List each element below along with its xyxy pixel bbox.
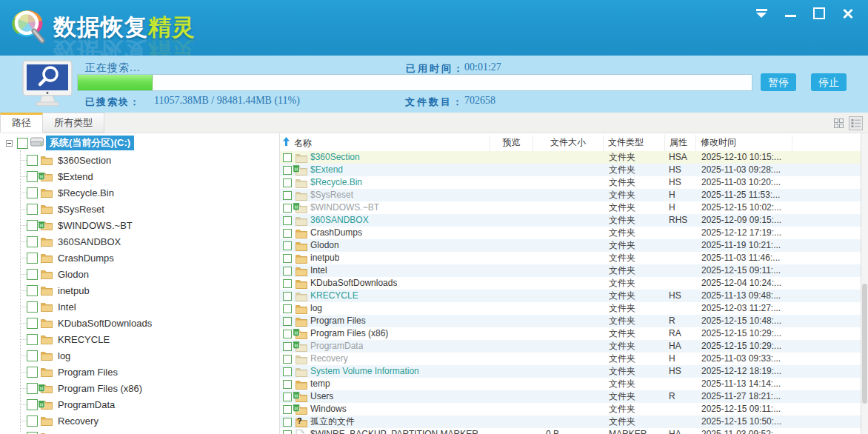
tree-item[interactable]: System Volume Information — [0, 429, 279, 434]
tree-item[interactable]: $360Section — [0, 152, 279, 168]
file-checkbox[interactable] — [283, 418, 292, 427]
tree-item[interactable]: Program Files (x86) — [0, 380, 279, 396]
file-checkbox[interactable] — [283, 405, 292, 414]
tree-item[interactable]: $SysReset — [0, 201, 279, 217]
file-checkbox[interactable] — [283, 367, 292, 376]
file-row[interactable]: $SysReset文件夹H2025-11-25 11:53:... — [280, 189, 861, 201]
tree-item[interactable]: $WINDOWS.~BT — [0, 217, 279, 233]
tree-item[interactable]: log — [0, 347, 279, 364]
tree-item[interactable]: $Extend — [0, 168, 279, 184]
file-checkbox[interactable] — [283, 304, 292, 313]
file-row[interactable]: temp文件夹2025-11-13 14:14:... — [280, 378, 861, 390]
tree-item-checkbox[interactable] — [27, 318, 38, 329]
file-row[interactable]: $Extend文件夹HS2025-11-03 09:28:... — [280, 164, 861, 176]
file-checkbox[interactable] — [283, 355, 292, 364]
tab-path[interactable]: 路径 — [0, 113, 43, 133]
file-row[interactable]: Program Files文件夹R2025-12-15 10:48:... — [280, 315, 861, 327]
tree-item-checkbox[interactable] — [27, 236, 38, 247]
minimize-icon[interactable] — [782, 7, 798, 20]
file-checkbox[interactable] — [283, 241, 292, 250]
column-header-name[interactable]: 名称 — [280, 135, 490, 151]
tree-item[interactable]: Glodon — [0, 266, 279, 282]
tree-item-checkbox[interactable] — [27, 285, 38, 296]
file-row[interactable]: KDubaSoftDownloads文件夹2025-12-04 10:24:..… — [280, 277, 861, 290]
file-row[interactable]: Glodon文件夹2025-11-19 10:21:... — [280, 239, 861, 252]
column-header-size[interactable]: 文件大小 — [533, 135, 604, 151]
file-checkbox[interactable] — [283, 330, 292, 338]
tree-item[interactable]: CrashDumps — [0, 250, 279, 266]
file-row[interactable]: $WINDOWS.~BT文件夹H2025-12-15 10:02:... — [280, 201, 861, 214]
file-row[interactable]: log文件夹2025-12-03 11:27:... — [280, 302, 861, 315]
tree-item[interactable]: KRECYCLE — [0, 331, 279, 347]
file-checkbox[interactable] — [283, 317, 292, 326]
file-row[interactable]: Recovery文件夹H2025-11-03 09:33:... — [280, 353, 861, 365]
tree-item[interactable]: Recovery — [0, 413, 279, 429]
tree-item[interactable]: KDubaSoftDownloads — [0, 315, 279, 331]
file-checkbox[interactable] — [283, 191, 292, 200]
tree-item-checkbox[interactable] — [27, 367, 38, 378]
tree-item-checkbox[interactable] — [27, 350, 38, 361]
tree-item[interactable]: Intel — [0, 298, 279, 315]
tree-item-checkbox[interactable] — [27, 155, 38, 166]
tree-item-checkbox[interactable] — [27, 399, 38, 410]
file-row[interactable]: $WINRE_BACKUP_PARTITION.MARKER0 BMARKER.… — [280, 428, 861, 434]
tree-item[interactable]: ProgramData — [0, 396, 279, 413]
file-row[interactable]: 360SANDBOX文件夹RHS2025-12-09 09:15:... — [280, 214, 861, 227]
file-checkbox[interactable] — [283, 166, 292, 175]
file-checkbox[interactable] — [283, 342, 292, 351]
file-row[interactable]: Users文件夹R2025-11-27 18:21:... — [280, 390, 861, 403]
file-checkbox[interactable] — [283, 204, 292, 213]
file-row[interactable]: ProgramData文件夹HA2025-12-15 10:29:... — [280, 340, 861, 353]
file-row[interactable]: Program Files (x86)文件夹RA2025-12-15 10:29… — [280, 327, 861, 340]
file-row[interactable]: inetpub文件夹2025-11-03 11:46:... — [280, 252, 861, 264]
file-row[interactable]: System Volume Information文件夹HS2025-12-12… — [280, 365, 861, 378]
file-checkbox[interactable] — [283, 380, 292, 389]
file-checkbox[interactable] — [283, 279, 292, 288]
file-row[interactable]: Intel文件夹2025-12-15 09:11:... — [280, 264, 861, 277]
column-header-type[interactable]: 文件类型 — [604, 135, 665, 151]
column-header-attr[interactable]: 属性 — [665, 135, 696, 151]
tree-item-checkbox[interactable] — [27, 269, 38, 280]
tree-item[interactable]: Program Files — [0, 364, 279, 380]
tree-item-checkbox[interactable] — [27, 220, 38, 231]
close-icon[interactable] — [840, 7, 856, 20]
tree-item-checkbox[interactable] — [27, 171, 38, 182]
tree-item-checkbox[interactable] — [27, 253, 38, 264]
pause-button[interactable]: 暂停 — [761, 73, 796, 91]
file-checkbox[interactable] — [283, 216, 292, 225]
scrollbar-thumb[interactable] — [862, 284, 867, 404]
tree-item[interactable]: $Recycle.Bin — [0, 184, 279, 201]
detail-view-icon[interactable] — [849, 116, 863, 130]
tree-item[interactable]: 360SANDBOX — [0, 233, 279, 250]
tree-item-checkbox[interactable] — [27, 187, 38, 198]
tree-root-item[interactable]: 系统(当前分区)(C:) — [0, 136, 134, 150]
stop-button[interactable]: 停止 — [811, 73, 847, 91]
file-checkbox[interactable] — [283, 153, 292, 162]
tab-all-types[interactable]: 所有类型 — [43, 113, 104, 133]
file-checkbox[interactable] — [283, 292, 292, 301]
tree-item-checkbox[interactable] — [27, 432, 38, 434]
maximize-icon[interactable] — [811, 7, 827, 20]
tree-root-checkbox[interactable] — [17, 138, 28, 149]
grid-view-icon[interactable] — [832, 116, 846, 130]
sort-ascending-icon[interactable] — [283, 136, 290, 150]
column-header-preview[interactable]: 预览 — [490, 135, 533, 151]
tree-item[interactable]: inetpub — [0, 282, 279, 298]
tree-item-checkbox[interactable] — [27, 415, 38, 427]
tree-root-label[interactable]: 系统(当前分区)(C:) — [46, 136, 134, 150]
file-checkbox[interactable] — [283, 229, 292, 238]
file-checkbox[interactable] — [283, 393, 292, 401]
file-checkbox[interactable] — [283, 254, 292, 263]
tree-item-checkbox[interactable] — [27, 301, 38, 313]
file-row[interactable]: CrashDumps文件夹2025-12-12 17:19:... — [280, 227, 861, 239]
tree-item-checkbox[interactable] — [27, 204, 38, 215]
column-header-modified[interactable]: 修改时间 — [696, 135, 792, 151]
tree-item-checkbox[interactable] — [27, 334, 38, 345]
tree-item-checkbox[interactable] — [27, 383, 38, 394]
file-checkbox[interactable] — [283, 267, 292, 276]
file-row[interactable]: ?孤立的文件文件夹2025-12-15 10:50:... — [280, 415, 861, 428]
file-checkbox[interactable] — [283, 178, 292, 187]
file-row[interactable]: $360Section文件夹HSA2025-12-10 10:15:... — [280, 151, 861, 164]
menu-icon[interactable] — [753, 7, 769, 20]
file-row[interactable]: KRECYCLE文件夹HS2025-11-13 09:48:... — [280, 290, 861, 302]
